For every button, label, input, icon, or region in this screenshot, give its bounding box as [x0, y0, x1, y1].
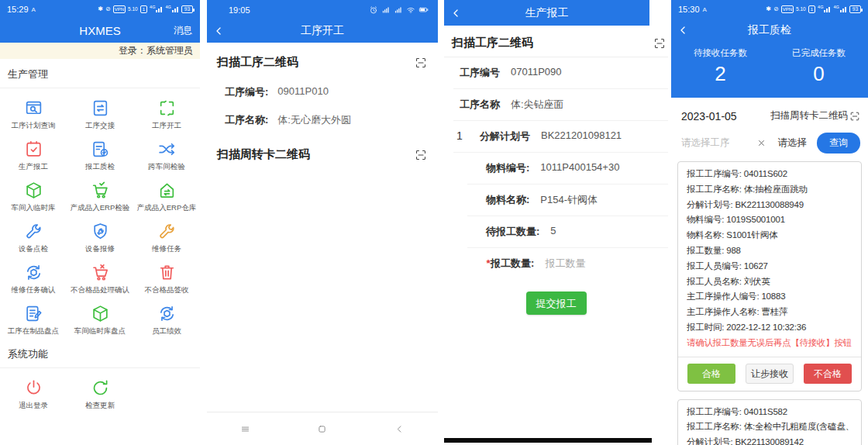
clear-icon[interactable]: [756, 138, 766, 148]
menu-item-defect-handle-confirm[interactable]: 不合格品处理确认: [67, 257, 133, 298]
menu-item-defect-sign[interactable]: 不合格品签收: [133, 257, 200, 298]
field-process-name: 工序名称: 体:无心磨大外圆: [207, 102, 438, 130]
menu-item-plan-query[interactable]: 工序计划查询: [0, 92, 67, 133]
menu-label: 维修任务: [152, 244, 181, 254]
field-value: 1011P400154+30: [540, 161, 619, 175]
scan-card-row[interactable]: 扫描周转卡二维码: [207, 130, 438, 167]
signal-icon: [381, 5, 391, 15]
nav-menu-icon[interactable]: [239, 423, 251, 435]
menu-item-erp-warehouse-in[interactable]: 产成品入ERP仓库: [133, 174, 200, 216]
field-label: 分解计划号: [480, 129, 530, 143]
cube-cycle-icon: [24, 262, 43, 283]
menu-item-equip-repair[interactable]: 设备报修: [67, 216, 133, 257]
screen-process-start: 19:05 工序开工 扫描工序二维码 工序编号: 09011P010: [207, 0, 438, 445]
field-value: BK221201098121: [541, 129, 622, 143]
status-bar: 15:29 A ✱ ⊘ VPN 5.10 1 4G 4G 93: [0, 0, 200, 19]
stat-value: 2: [671, 62, 770, 86]
menu-label: 工序计划查询: [12, 121, 56, 131]
menu-label: 工序在制品盘点: [8, 326, 60, 336]
card-row: 报工人员名称: 刘伏英: [687, 274, 852, 290]
nav-home-icon[interactable]: [316, 423, 328, 435]
fail-button[interactable]: 不合格: [804, 364, 852, 384]
menu-item-erp-inspect-in[interactable]: 产成品入ERP检验: [67, 174, 133, 216]
menu-label: 检查更新: [85, 401, 115, 411]
title-bar: 生产报工: [444, 0, 649, 26]
stat-pending: 待接收任务数 2: [671, 47, 770, 86]
concession-accept-button[interactable]: 让步接收: [746, 364, 794, 384]
nav-back-icon[interactable]: [394, 423, 405, 435]
field-label: 物料名称:: [486, 193, 529, 207]
field-value: 体:无心磨大外圆: [277, 113, 351, 127]
scan-process-row[interactable]: 扫描工序二维码: [207, 43, 438, 74]
submit-report-button[interactable]: 提交报工: [526, 291, 587, 315]
cart-x-icon: [91, 262, 110, 283]
back-icon[interactable]: [677, 25, 689, 36]
menu-label: 报工质检: [85, 162, 115, 172]
gesture-bar: [444, 438, 652, 443]
menu-label: 车间入临时库: [12, 203, 56, 213]
menu-item-temp-store-count[interactable]: 车间临时库盘点: [67, 298, 133, 339]
screen-home: 15:29 A ✱ ⊘ VPN 5.10 1 4G 4G 93 HXMES 消息: [0, 0, 200, 445]
menu-item-wip-count[interactable]: 工序在制品盘点: [0, 298, 67, 339]
menu-item-maintain-task[interactable]: 维修任务: [133, 216, 200, 257]
card-row: 报工工序名称: 体:抽检座面跳动: [687, 182, 852, 198]
page-title: 生产报工: [525, 6, 569, 20]
menu-item-employee-kpi[interactable]: 员工绩效: [133, 298, 200, 339]
card-row: 报工人员编号: 10627: [687, 259, 852, 274]
menu-item-report-qc[interactable]: 报工质检: [67, 133, 133, 174]
card-row: 报工工序名称: 体:全检中孔粗糙度(含磕盘、吹风): [687, 419, 852, 435]
menu-item-cross-workshop-inspect[interactable]: 跨车间检验: [133, 133, 200, 174]
date-scan-row: 2023-01-05 扫描周转卡二维码: [671, 98, 868, 122]
status-time: 19:05: [229, 5, 250, 15]
menu-label: 产成品入ERP仓库: [137, 203, 197, 213]
battery-icon: 93: [849, 5, 861, 14]
card-row: 主工序操作人编号: 10883: [687, 289, 852, 305]
scan-icon[interactable]: [653, 37, 666, 50]
menu-label: 产成品入ERP检验: [71, 203, 130, 213]
menu-item-equip-spot-check[interactable]: 设备点检: [0, 216, 67, 257]
status-left: 15:29 A: [7, 5, 36, 14]
page-title: 工序开工: [301, 24, 344, 38]
stat-label: 已完成任务数: [770, 47, 868, 59]
battery-icon: [418, 5, 429, 15]
screen-report-qc: 15:30 A ✱ ⊘ VPN 5.10 1 4G 4G 93 报工质检: [671, 0, 868, 445]
menu-item-maintain-task-confirm[interactable]: 维修任务确认: [0, 257, 67, 298]
signal-4g-icon: 4G: [150, 7, 163, 12]
field-material-code: 物料编号: 1011P400154+30: [467, 153, 668, 185]
messages-link[interactable]: 消息: [174, 24, 192, 37]
qc-buttons: 合格 让步接收 不合格: [678, 357, 861, 391]
field-label: *报工数量:: [486, 257, 534, 271]
scan-icon[interactable]: [415, 149, 427, 161]
signal-4g-icon: 4G: [833, 7, 846, 12]
scan-process-row[interactable]: 扫描工序二维码: [444, 26, 668, 57]
search-button[interactable]: 查询: [817, 133, 860, 154]
menu-item-process-start[interactable]: 工序开工: [133, 92, 200, 133]
menu-item-workshop-temp-in[interactable]: 车间入临时库: [0, 174, 67, 216]
screens-strip: 15:29 A ✱ ⊘ VPN 5.10 1 4G 4G 93 HXMES 消息: [0, 0, 868, 445]
doc-search-icon: [24, 98, 43, 119]
date-label[interactable]: 2023-01-05: [681, 110, 737, 122]
menu-item-logout[interactable]: 退出登录: [0, 372, 67, 413]
report-qty-input[interactable]: 报工数量: [545, 257, 585, 271]
calendar-check-icon: [24, 139, 43, 160]
pass-button[interactable]: 合格: [687, 364, 735, 384]
app-title-bar: HXMES 消息: [0, 19, 200, 43]
card-row: 报工工序编号: 04011S582: [687, 405, 852, 420]
menu-label: 设备报修: [85, 244, 115, 254]
doc-swap-icon: [91, 98, 110, 119]
scan-icon[interactable]: [415, 57, 427, 69]
back-icon[interactable]: [213, 26, 225, 37]
menu-item-check-update[interactable]: 检查更新: [67, 372, 133, 413]
process-select-input[interactable]: 请选择工序: [681, 136, 756, 150]
menu-item-production-report[interactable]: 生产报工: [0, 133, 67, 174]
menu-grid: 工序计划查询 工序交接 工序开工 生产报工 报工质检 跨车间检验 车间入临时库 …: [0, 88, 200, 339]
select-dropdown[interactable]: 请选择: [778, 136, 808, 150]
scan-card-link[interactable]: 扫描周转卡二维码: [770, 109, 860, 122]
flash-icon: ✱: [766, 6, 771, 12]
menu-item-process-handover[interactable]: 工序交接: [67, 92, 133, 133]
menu-label: 不合格品处理确认: [71, 285, 129, 295]
row-index: 1: [453, 129, 480, 143]
status-bar: 19:05: [207, 0, 438, 19]
field-process-code: 工序编号: 09011P010: [207, 74, 438, 102]
back-icon[interactable]: [450, 7, 462, 19]
